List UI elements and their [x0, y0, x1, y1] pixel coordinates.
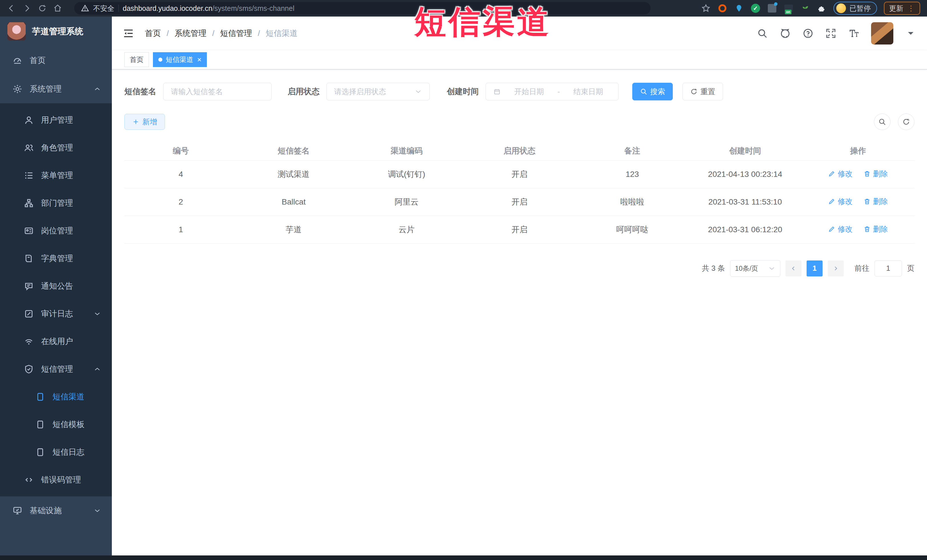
sidebar-item-department-management[interactable]: 部门管理 [0, 189, 112, 217]
cell-code: 调试(钉钉) [350, 160, 463, 188]
bookmark-star-icon[interactable] [701, 3, 711, 13]
edit-link[interactable]: 修改 [828, 197, 853, 206]
vpn-on-extension-icon[interactable]: on [784, 3, 793, 13]
cell-code: 阿里云 [350, 188, 463, 216]
github-icon[interactable] [780, 28, 790, 39]
announcement-icon [24, 281, 33, 291]
start-date-placeholder[interactable]: 开始日期 [506, 87, 552, 97]
breadcrumb-sms[interactable]: 短信管理 [220, 28, 252, 39]
search-icon[interactable] [757, 28, 768, 39]
browser-home-icon[interactable] [52, 2, 64, 15]
cell-remark: 123 [576, 160, 689, 188]
sidebar-item-infrastructure[interactable]: 基础设施 [0, 496, 112, 525]
sidebar-item-sms-management[interactable]: 短信管理 [0, 355, 112, 383]
fullscreen-icon[interactable] [825, 28, 836, 39]
reset-button[interactable]: 重置 [682, 83, 723, 100]
tab-label: 首页 [130, 55, 143, 64]
browser-back-icon[interactable] [5, 2, 18, 15]
table-toolbar: 新增 [125, 114, 915, 130]
plant-extension-icon[interactable] [800, 3, 810, 13]
profile-emoji-avatar [836, 3, 846, 13]
blue-pin-extension-icon[interactable] [734, 3, 744, 13]
screen: 短信渠道 不安全 dashboard.yudao.iocoder.cn/syst… [0, 0, 927, 560]
green-check-extension-icon[interactable]: ✓ [751, 3, 760, 13]
document-icon [35, 447, 45, 457]
browser-menu-dots-icon[interactable]: ⋮ [907, 4, 915, 13]
url-path: /system/sms/sms-channel [212, 4, 295, 12]
address-bar[interactable]: 不安全 dashboard.yudao.iocoder.cn/system/sm… [74, 2, 650, 15]
search-button[interactable]: 搜索 [632, 83, 673, 100]
update-label: 更新 [889, 4, 903, 13]
prev-page-button[interactable] [786, 261, 801, 276]
sidebar-item-home[interactable]: 首页 [0, 46, 112, 75]
tab-home[interactable]: 首页 [125, 52, 149, 67]
delete-link[interactable]: 删除 [863, 169, 888, 179]
tampermonkey-extension-icon[interactable] [767, 3, 777, 13]
sign-input[interactable]: 请输入短信签名 [163, 83, 272, 100]
page-number-button[interactable]: 1 [807, 261, 822, 276]
status-select[interactable]: 请选择启用状态 [327, 83, 430, 100]
edit-link[interactable]: 修改 [828, 224, 853, 234]
breadcrumb-home[interactable]: 首页 [145, 28, 161, 39]
sidebar-item-post-management[interactable]: 岗位管理 [0, 217, 112, 244]
browser-update-button[interactable]: 更新 ⋮ [884, 2, 920, 15]
not-secure-label[interactable]: 不安全 [93, 4, 114, 13]
hamburger-icon[interactable] [123, 28, 134, 39]
page-content: 短信签名 请输入短信签名 启用状态 请选择启用状态 创建时间 开始日期 - [112, 70, 927, 560]
refresh-table-button[interactable] [898, 114, 915, 130]
tab-close-icon[interactable]: × [197, 56, 201, 63]
window-bottom-edge [0, 555, 927, 560]
app-logo-row[interactable]: 芋道管理系统 [0, 17, 112, 46]
pagination-total: 共 3 条 [702, 263, 725, 273]
sidebar-item-system-management[interactable]: 系统管理 [0, 75, 112, 103]
browser-reload-icon[interactable] [36, 2, 49, 15]
add-button[interactable]: 新增 [125, 114, 165, 130]
goto-page-input[interactable]: 1 [874, 261, 902, 276]
sidebar-item-role-management[interactable]: 角色管理 [0, 134, 112, 161]
cell-created: 2021-03-31 06:12:20 [689, 216, 802, 243]
sidebar-item-audit-log[interactable]: 审计日志 [0, 300, 112, 328]
sidebar-item-menu-management[interactable]: 菜单管理 [0, 161, 112, 189]
profile-paused-badge[interactable]: 已暂停 [833, 2, 877, 15]
toggle-search-button[interactable] [874, 114, 891, 130]
breadcrumb-system[interactable]: 系统管理 [175, 28, 207, 39]
sidebar-item-label: 菜单管理 [41, 170, 73, 181]
org-tree-icon [24, 198, 33, 208]
caret-down-icon[interactable] [905, 28, 916, 39]
sidebar-item-sms-log[interactable]: 短信日志 [0, 438, 112, 466]
cell-remark: 啦啦啦 [576, 188, 689, 216]
browser-forward-icon[interactable] [21, 2, 33, 15]
sidebar-item-online-users[interactable]: 在线用户 [0, 328, 112, 355]
cell-sign: 芋道 [237, 216, 350, 243]
date-range-picker[interactable]: 开始日期 - 结束日期 [486, 83, 619, 100]
page-size-select[interactable]: 10条/页 [730, 260, 780, 277]
orange-ring-extension-icon[interactable] [717, 3, 727, 13]
sidebar-item-notice[interactable]: 通知公告 [0, 272, 112, 300]
edit-link[interactable]: 修改 [828, 169, 853, 179]
chevron-left-icon [790, 265, 797, 272]
breadcrumb-separator: / [258, 29, 260, 38]
sidebar-item-sms-channel[interactable]: 短信渠道 [0, 383, 112, 411]
extensions-puzzle-icon[interactable] [817, 3, 827, 13]
sidebar-item-user-management[interactable]: 用户管理 [0, 106, 112, 134]
calendar-icon [493, 88, 501, 95]
delete-link[interactable]: 删除 [863, 197, 888, 206]
delete-link[interactable]: 删除 [863, 224, 888, 234]
breadcrumb-current: 短信渠道 [266, 28, 298, 39]
next-page-button[interactable] [828, 261, 844, 276]
range-separator: - [558, 87, 560, 96]
end-date-placeholder[interactable]: 结束日期 [565, 87, 611, 97]
tab-sms-channel[interactable]: 短信渠道 × [153, 52, 207, 67]
cell-created: 2021-03-31 11:53:10 [689, 188, 802, 216]
sign-label: 短信签名 [125, 86, 157, 97]
sidebar-item-dict-management[interactable]: 字典管理 [0, 244, 112, 272]
sidebar-item-label: 部门管理 [41, 198, 73, 208]
help-icon[interactable] [802, 28, 813, 39]
user-avatar[interactable] [871, 22, 894, 44]
sidebar-item-sms-template[interactable]: 短信模板 [0, 411, 112, 438]
sidebar-item-error-code[interactable]: 错误码管理 [0, 466, 112, 493]
app-logo-image [8, 22, 26, 41]
font-size-icon[interactable] [848, 28, 859, 39]
refresh-icon [902, 118, 910, 126]
col-actions: 操作 [801, 141, 915, 160]
